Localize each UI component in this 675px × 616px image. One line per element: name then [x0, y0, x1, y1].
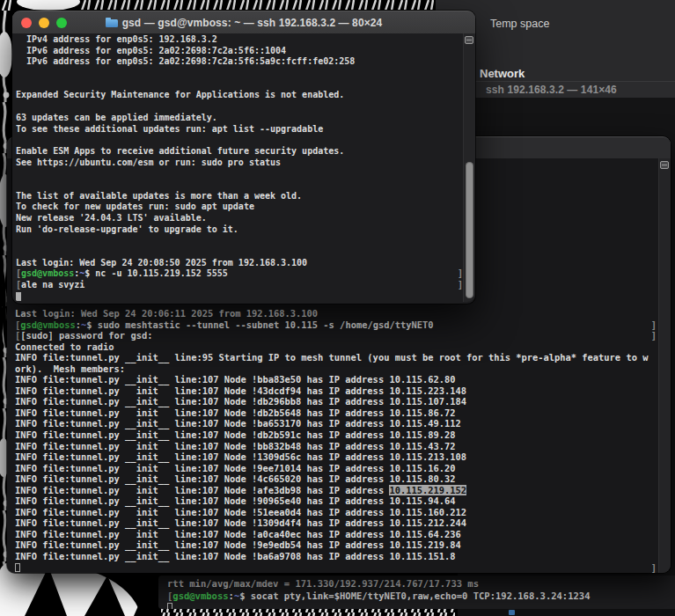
terminal-text: To see these additional updates run: apt… — [16, 124, 323, 136]
terminal-line: Expanded Security Maintenance for Applic… — [16, 90, 463, 101]
terminal-line: INFO file:tunnel.py __init__ line:107 No… — [15, 451, 657, 463]
terminal-line: [[sudo] password for gsd:] — [15, 330, 657, 341]
background-terminal-title: ssh 192.168.3.2 — 141×46 — [458, 84, 617, 96]
prompt-user-host: gsd@vmboss — [21, 268, 74, 280]
network-section-label: Network — [480, 67, 525, 80]
terminal-line: INFO file:tunnel.py __init__ line:107 No… — [15, 529, 657, 540]
terminal-text: INFO file:tunnel.py __init__ line:107 No… — [15, 429, 455, 441]
terminal-line: IPv6 address for enp0s5: 2a02:2698:7c2a:… — [16, 46, 463, 57]
terminal-text: $ sudo meshtastic --tunnel --subnet 10.1… — [86, 319, 433, 331]
terminal-line: INFO file:tunnel.py __init__ line:107 No… — [15, 407, 657, 419]
terminal-text: To check for new updates run: sudo apt u… — [16, 202, 254, 213]
front-terminal-title: gsd — gsd@vmboss: ~ — ssh 192.168.3.2 — … — [122, 17, 383, 29]
terminal-line: New release '24.04.3 LTS' available. — [16, 213, 463, 224]
bottom-terminal-screen[interactable]: rtt min/avg/max/mdev = 171.330/192.937/2… — [158, 576, 675, 609]
terminal-text: INFO file:tunnel.py __init__ line:107 No… — [15, 529, 461, 540]
terminal-line: See https://ubuntu.com/esm or run: sudo … — [16, 158, 463, 169]
scrollbar-track[interactable] — [658, 158, 671, 573]
terminal-line — [16, 68, 463, 79]
traffic-lights — [21, 11, 67, 33]
terminal-line: 63 updates can be applied immediately. — [16, 113, 463, 124]
terminal-text: IPv6 address for enp0s5: 2a02:2698:7c2a:… — [16, 56, 355, 68]
front-terminal-screen[interactable]: IPv4 address for enp0s5: 192.168.3.2 IPv… — [12, 33, 475, 302]
selected-text: 10.115.219.152 — [389, 485, 466, 496]
terminal-line: IPv4 address for enp0s5: 192.168.3.2 — [16, 34, 463, 46]
terminal-line: INFO file:tunnel.py __init__ line:107 No… — [15, 517, 657, 529]
terminal-text: $ socat pty,link=$HOME/ttyNET0,raw,echo=… — [239, 590, 590, 603]
zoom-button[interactable] — [56, 18, 67, 28]
terminal-text: Connected to radio — [15, 341, 114, 353]
terminal-text: $ nc -u 10.115.219.152 5555 — [84, 268, 228, 280]
terminal-line: rtt min/avg/max/mdev = 171.330/192.937/2… — [167, 578, 670, 590]
background-window-edge — [458, 609, 675, 616]
terminal-line: INFO file:tunnel.py __init__ line:107 No… — [15, 374, 657, 385]
terminal-line: INFO file:tunnel.py __init__ line:107 No… — [15, 418, 657, 429]
split-pane-icon[interactable] — [465, 36, 473, 44]
prompt-mark-right: ] — [651, 562, 657, 573]
terminal-text: INFO file:tunnel.py __init__ line:107 No… — [15, 463, 455, 474]
terminal-line — [16, 79, 463, 91]
terminal-text: Expanded Security Maintenance for Applic… — [16, 90, 344, 101]
front-terminal-window[interactable]: gsd — gsd@vmboss: ~ — ssh 192.168.3.2 — … — [12, 11, 475, 304]
terminal-line — [167, 602, 670, 609]
terminal-line: INFO file:tunnel.py __init__ line:107 No… — [15, 473, 657, 485]
terminal-line: INFO file:tunnel.py __init__ line:107 No… — [15, 396, 657, 407]
terminal-line: [ale na svyzi] — [16, 280, 463, 291]
scrollbar-track[interactable] — [463, 33, 475, 302]
terminal-text: ale na svyzi — [21, 280, 84, 291]
terminal-text: IPv6 address for enp0s5: 2a02:2698:7c2a:… — [16, 46, 286, 57]
terminal-line: IPv6 address for enp0s5: 2a02:2698:7c2a:… — [16, 56, 463, 68]
background-terminal-titlebar[interactable]: ssh 192.168.3.2 — 141×46 — [458, 81, 675, 98]
terminal-line: [gsd@vmboss:~$ sudo meshtastic --tunnel … — [15, 319, 657, 331]
prompt-mark-right: ] — [651, 319, 657, 331]
terminal-text: INFO file:tunnel.py __init__ line:107 No… — [15, 451, 466, 463]
terminal-line: INFO file:tunnel.py __init__ line:107 No… — [15, 429, 657, 441]
terminal-cursor — [16, 292, 21, 301]
terminal-text: INFO file:tunnel.py __init__ line:95 Sta… — [15, 352, 648, 363]
terminal-output: Last login: Wed Sep 24 20:06:11 2025 fro… — [15, 308, 657, 573]
terminal-line: INFO file:tunnel.py __init__ line:107 No… — [15, 507, 657, 518]
terminal-line: The list of available updates is more th… — [16, 191, 463, 202]
prompt-mark-right: ] — [651, 330, 657, 341]
terminal-text: Last login: Wed Sep 24 20:06:11 2025 fro… — [15, 308, 318, 319]
terminal-line: INFO file:tunnel.py __init__ line:107 No… — [15, 495, 657, 507]
prompt-user-host: gsd@vmboss — [20, 319, 76, 331]
terminal-line: INFO file:tunnel.py __init__ line:95 Sta… — [15, 352, 657, 363]
terminal-text: INFO file:tunnel.py __init__ line:107 No… — [15, 539, 461, 551]
scrollbar-thumb[interactable] — [466, 162, 473, 298]
terminal-text: 63 updates can be applied immediately. — [16, 113, 217, 124]
terminal-text: rtt min/avg/max/mdev = 171.330/192.937/2… — [167, 578, 479, 590]
terminal-text: New release '24.04.3 LTS' available. — [16, 213, 207, 224]
minimize-button[interactable] — [39, 18, 49, 28]
terminal-line: Enable ESM Apps to receive additional fu… — [16, 146, 463, 158]
terminal-line — [16, 180, 463, 191]
terminal-text: See https://ubuntu.com/esm or run: sudo … — [16, 158, 281, 169]
terminal-output: IPv4 address for enp0s5: 192.168.3.2 IPv… — [16, 34, 463, 302]
terminal-line — [16, 168, 463, 180]
terminal-line: [gsd@vmboss:~$ socat pty,link=$HOME/ttyN… — [167, 590, 670, 603]
terminal-line: ork). Mesh members: — [15, 363, 657, 375]
terminal-text: INFO file:tunnel.py __init__ line:107 No… — [15, 485, 389, 496]
terminal-text: IPv4 address for enp0s5: 192.168.3.2 — [16, 34, 217, 46]
close-button[interactable] — [21, 18, 32, 28]
split-pane-icon[interactable] — [660, 161, 669, 169]
app-icon-blue — [509, 610, 515, 615]
terminal-text: INFO file:tunnel.py __init__ line:107 No… — [15, 441, 455, 452]
front-terminal-titlebar[interactable]: gsd — gsd@vmboss: ~ — ssh 192.168.3.2 — … — [12, 11, 475, 33]
terminal-line: INFO file:tunnel.py __init__ line:107 No… — [15, 463, 657, 474]
terminal-line: ] — [15, 562, 657, 573]
terminal-line: To see these additional updates run: apt… — [16, 124, 463, 136]
terminal-line: INFO file:tunnel.py __init__ line:107 No… — [15, 539, 657, 551]
terminal-text: [sudo] password for gsd: — [20, 330, 152, 341]
terminal-text: INFO file:tunnel.py __init__ line:107 No… — [15, 374, 455, 385]
bottom-terminal-window[interactable]: rtt min/avg/max/mdev = 171.330/192.937/2… — [158, 576, 675, 609]
folder-proxy-icon[interactable] — [106, 18, 118, 27]
terminal-text: INFO file:tunnel.py __init__ line:107 No… — [15, 473, 455, 485]
temp-space-label: Temp space — [490, 18, 549, 30]
terminal-line — [16, 135, 463, 146]
terminal-line — [16, 101, 463, 113]
terminal-line: INFO file:tunnel.py __init__ line:107 No… — [15, 385, 657, 397]
terminal-line — [16, 291, 463, 302]
terminal-text: INFO file:tunnel.py __init__ line:107 No… — [15, 385, 466, 397]
terminal-text: Enable ESM Apps to receive additional fu… — [16, 146, 344, 158]
